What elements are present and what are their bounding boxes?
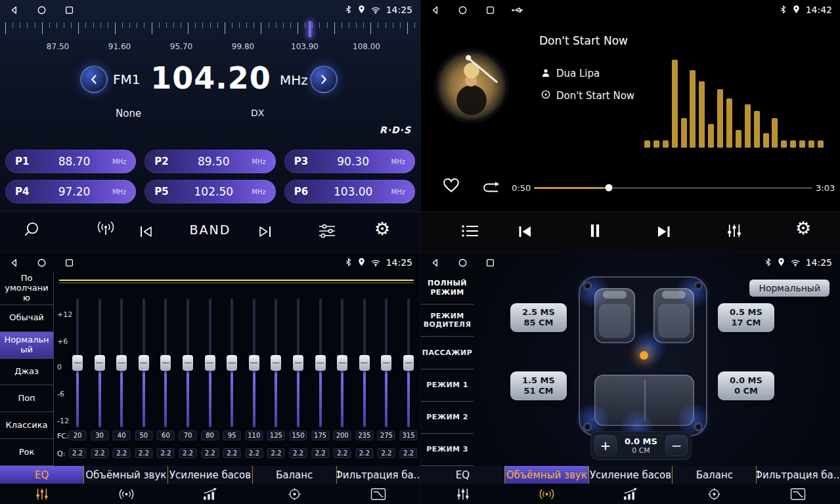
eq-sliders-icon[interactable] bbox=[421, 484, 505, 504]
previous-track-icon[interactable] bbox=[517, 225, 533, 238]
eq-preset-item-3[interactable]: Джаз bbox=[0, 359, 53, 386]
favorite-heart-icon[interactable] bbox=[443, 177, 460, 196]
tab-eq[interactable]: EQ bbox=[421, 466, 505, 484]
slider-handle[interactable] bbox=[381, 355, 391, 371]
eq-band-slider-200[interactable] bbox=[335, 299, 349, 427]
tune-down-button[interactable] bbox=[80, 66, 108, 93]
slider-handle[interactable] bbox=[293, 355, 303, 371]
eq-band-slider-315[interactable] bbox=[401, 299, 416, 427]
preset-button-p5[interactable]: P5102.50MHz bbox=[144, 180, 275, 203]
eq-preset-item-6[interactable]: Рок bbox=[0, 439, 53, 466]
eq-sliders-icon[interactable] bbox=[0, 484, 84, 504]
eq-band-slider-110[interactable] bbox=[247, 299, 261, 427]
preset-button-p6[interactable]: P6103.00MHz bbox=[284, 180, 415, 203]
speaker-rear-right-icon[interactable] bbox=[694, 423, 703, 431]
eq-band-slider-50[interactable] bbox=[137, 299, 151, 427]
preset-button-p4[interactable]: P497.20MHz bbox=[5, 180, 136, 203]
previous-station-icon[interactable] bbox=[138, 225, 154, 238]
tab-filter[interactable]: Фильтрация ба... bbox=[757, 466, 840, 484]
filter-icon[interactable] bbox=[756, 484, 840, 504]
preset-button-p1[interactable]: P188.70MHz bbox=[5, 150, 136, 173]
tab-eq[interactable]: EQ bbox=[0, 466, 84, 484]
frequency-scale-ticks[interactable] bbox=[5, 22, 415, 35]
surround-sound-icon[interactable] bbox=[505, 484, 589, 504]
stage-preset-badge[interactable]: Нормальный bbox=[749, 280, 829, 297]
delay-rear-right[interactable]: 0.0 MS 0 CM bbox=[718, 371, 774, 400]
back-icon[interactable] bbox=[8, 4, 20, 16]
delay-increase-button[interactable]: + bbox=[594, 435, 617, 456]
delay-front-left[interactable]: 2.5 MS 85 CM bbox=[510, 303, 567, 332]
settings-gear-icon[interactable]: ⚙ bbox=[374, 220, 390, 238]
stage-mode-item-1[interactable]: РЕЖИМ ВОДИТЕЛЯ bbox=[421, 304, 474, 337]
tab-surround-sound[interactable]: Объёмный звук bbox=[84, 466, 168, 484]
back-icon[interactable] bbox=[429, 257, 441, 268]
recents-icon[interactable] bbox=[63, 257, 75, 268]
recents-icon[interactable] bbox=[63, 4, 75, 16]
recents-icon[interactable] bbox=[484, 257, 496, 268]
slider-handle[interactable] bbox=[359, 355, 370, 371]
surround-sound-icon[interactable] bbox=[84, 484, 168, 504]
broadcast-antenna-icon[interactable] bbox=[96, 221, 116, 237]
slider-handle[interactable] bbox=[337, 355, 347, 371]
eq-band-slider-20[interactable] bbox=[70, 299, 85, 427]
speaker-front-right-icon[interactable] bbox=[694, 282, 703, 290]
home-icon[interactable] bbox=[456, 257, 468, 268]
stage-mode-item-3[interactable]: РЕЖИМ 1 bbox=[421, 369, 474, 402]
bass-boost-icon[interactable] bbox=[168, 484, 252, 504]
eq-band-slider-175[interactable] bbox=[313, 299, 328, 427]
stage-mode-item-2[interactable]: ПАССАЖИР bbox=[421, 337, 474, 369]
tab-bass-boost[interactable]: Усиление басов bbox=[589, 466, 673, 484]
bass-boost-icon[interactable] bbox=[588, 484, 673, 504]
preset-button-p2[interactable]: P289.50MHz bbox=[144, 150, 275, 173]
eq-band-slider-30[interactable] bbox=[93, 299, 107, 427]
next-station-icon[interactable] bbox=[257, 225, 273, 238]
tune-up-button[interactable] bbox=[310, 66, 338, 93]
stage-mode-item-4[interactable]: РЕЖИМ 2 bbox=[421, 402, 474, 434]
eq-band-slider-125[interactable] bbox=[269, 299, 283, 427]
playlist-icon[interactable] bbox=[461, 224, 479, 238]
slider-handle[interactable] bbox=[403, 355, 414, 371]
slider-handle[interactable] bbox=[227, 355, 237, 371]
tab-balance[interactable]: Баланс bbox=[673, 466, 757, 484]
eq-band-slider-70[interactable] bbox=[181, 299, 195, 427]
tab-balance[interactable]: Баланс bbox=[253, 466, 337, 484]
slider-handle[interactable] bbox=[271, 355, 281, 371]
balance-icon[interactable] bbox=[252, 484, 336, 504]
delay-rear-left[interactable]: 1.5 MS 51 CM bbox=[510, 371, 567, 400]
settings-gear-icon[interactable]: ⚙ bbox=[795, 219, 811, 237]
eq-preset-item-1[interactable]: Обычай bbox=[0, 305, 53, 332]
eq-band-slider-150[interactable] bbox=[291, 299, 305, 427]
slider-handle[interactable] bbox=[249, 355, 259, 371]
frequency-pointer[interactable] bbox=[309, 21, 311, 37]
next-track-icon[interactable] bbox=[656, 225, 672, 238]
eq-band-slider-80[interactable] bbox=[203, 299, 217, 427]
eq-faders-icon[interactable] bbox=[726, 223, 743, 238]
eq-preset-item-5[interactable]: Классика bbox=[0, 412, 53, 439]
progress-thumb[interactable] bbox=[606, 184, 613, 192]
eq-band-slider-95[interactable] bbox=[225, 299, 239, 427]
pause-icon[interactable] bbox=[590, 224, 601, 238]
recents-icon[interactable] bbox=[484, 4, 496, 16]
stage-mode-item-5[interactable]: РЕЖИМ 3 bbox=[421, 434, 474, 466]
repeat-icon[interactable] bbox=[481, 182, 502, 196]
tab-bass-boost[interactable]: Усиление басов bbox=[168, 466, 252, 484]
eq-band-slider-40[interactable] bbox=[114, 299, 129, 427]
filter-icon[interactable] bbox=[336, 484, 420, 504]
slider-handle[interactable] bbox=[116, 355, 127, 371]
delay-front-right[interactable]: 0.5 MS 17 CM bbox=[718, 303, 774, 332]
speaker-front-left-icon[interactable] bbox=[583, 282, 592, 290]
eq-preset-item-4[interactable]: Поп bbox=[0, 385, 53, 412]
slider-handle[interactable] bbox=[183, 355, 193, 371]
slider-handle[interactable] bbox=[160, 355, 171, 371]
stage-mode-item-0[interactable]: ПОЛНЫЙ РЕЖИМ bbox=[421, 272, 474, 304]
back-icon[interactable] bbox=[429, 4, 441, 16]
tuner-settings-icon[interactable] bbox=[318, 224, 336, 238]
scan-icon[interactable] bbox=[24, 221, 40, 238]
listener-position-dot[interactable] bbox=[640, 351, 648, 360]
eq-band-slider-235[interactable] bbox=[357, 299, 372, 427]
seek-bar[interactable] bbox=[534, 184, 812, 192]
band-button[interactable]: BAND bbox=[179, 222, 242, 237]
eq-preset-item-0[interactable]: По умолчанию bbox=[0, 272, 53, 305]
home-icon[interactable] bbox=[35, 257, 47, 268]
slider-handle[interactable] bbox=[139, 355, 149, 371]
